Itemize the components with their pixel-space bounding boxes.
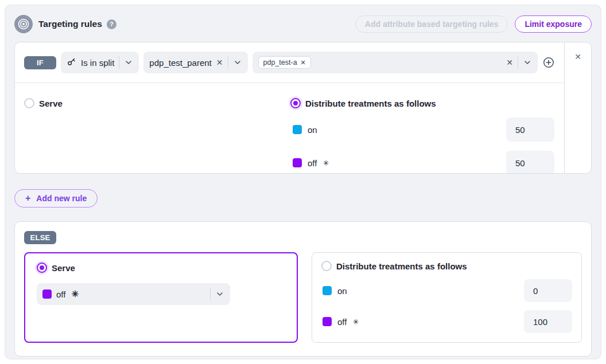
treatment-row: off ✳ xyxy=(321,310,572,333)
rule-main: IF Is in split pdp_test_par xyxy=(15,42,564,173)
treatment-name: off xyxy=(337,317,347,327)
chevron-down-icon[interactable] xyxy=(523,58,532,67)
split-select-value: pdp_test_parent xyxy=(149,58,211,68)
matcher-select[interactable]: Is in split xyxy=(61,52,139,73)
else-distribute-label: Distribute treatments as follows xyxy=(336,261,467,271)
treatment-row: on xyxy=(290,118,564,142)
treatment-name: off xyxy=(308,158,317,168)
rule-side-column: ✕ xyxy=(564,42,591,173)
add-new-rule-button[interactable]: + Add new rule xyxy=(14,189,98,208)
add-condition-icon[interactable] xyxy=(542,56,555,69)
treatment-chip: pdp_test-a ✕ xyxy=(258,56,311,69)
treatment-percent-input[interactable] xyxy=(506,151,554,174)
default-treatment-icon: ✳ xyxy=(352,318,359,326)
serve-label: Serve xyxy=(39,99,63,108)
split-select[interactable]: pdp_test_parent ✕ xyxy=(143,52,247,73)
serve-radio[interactable] xyxy=(24,98,34,108)
else-serve-select[interactable]: off ✳ xyxy=(37,283,230,305)
treatment-on-swatch xyxy=(323,286,332,295)
condition-row: IF Is in split pdp_test_par xyxy=(15,42,564,83)
treatment-row: off ✳ xyxy=(290,151,564,174)
treatment-percent-input[interactable] xyxy=(524,310,572,333)
treatment-off-swatch xyxy=(323,317,332,326)
else-distribute-radio[interactable] xyxy=(321,261,332,271)
chevron-down-icon[interactable] xyxy=(233,58,242,67)
rule-card: IF Is in split pdp_test_par xyxy=(14,42,592,174)
chevron-down-icon[interactable] xyxy=(215,289,224,299)
else-serve-label: Serve xyxy=(52,263,75,273)
key-icon xyxy=(67,57,76,69)
distribute-radio[interactable] xyxy=(290,98,301,108)
help-icon[interactable]: ? xyxy=(107,19,116,29)
clear-icon[interactable]: ✕ xyxy=(216,58,223,66)
default-treatment-icon: ✳ xyxy=(71,289,79,299)
treatment-percent-input[interactable] xyxy=(506,118,554,142)
treatment-name: on xyxy=(337,286,347,296)
matcher-label: Is in split xyxy=(81,58,114,68)
else-serve-box: Serve off ✳ xyxy=(24,252,298,343)
divider xyxy=(119,56,119,69)
else-card: ELSE Serve off ✳ xyxy=(14,221,592,357)
else-body: Serve off ✳ Distribute treatments as fol xyxy=(24,252,582,343)
distribute-option: Distribute treatments as follows on off … xyxy=(286,91,564,174)
distribute-label: Distribute treatments as follows xyxy=(305,99,436,108)
treatment-percent-input[interactable] xyxy=(524,279,572,302)
if-badge: IF xyxy=(24,56,56,69)
plus-icon: + xyxy=(25,193,30,203)
targeting-rules-panel: Targeting rules ? Add attribute based ta… xyxy=(5,5,601,359)
target-icon xyxy=(14,15,33,33)
else-distribute-box: Distribute treatments as follows on off … xyxy=(312,252,582,343)
page-title: Targeting rules xyxy=(38,19,102,29)
treatments-area: Serve Distribute treatments as follows o… xyxy=(15,83,564,174)
chip-remove-icon[interactable]: ✕ xyxy=(301,59,306,66)
add-attribute-rules-button[interactable]: Add attribute based targeting rules xyxy=(355,15,508,33)
header: Targeting rules ? Add attribute based ta… xyxy=(14,14,592,34)
treatment-off-swatch xyxy=(42,289,52,299)
limit-exposure-button[interactable]: Limit exposure xyxy=(515,15,592,33)
treatment-chip-label: pdp_test-a xyxy=(263,58,297,66)
clear-icon[interactable]: ✕ xyxy=(506,58,513,66)
treatment-name: on xyxy=(308,125,317,135)
treatment-on-swatch xyxy=(293,125,302,134)
else-badge: ELSE xyxy=(24,231,56,244)
treatment-row: on xyxy=(321,279,572,302)
divider xyxy=(210,288,211,300)
chevron-down-icon[interactable] xyxy=(124,58,133,67)
default-treatment-icon: ✳ xyxy=(323,159,329,167)
treatment-off-swatch xyxy=(293,158,302,167)
else-serve-value: off xyxy=(56,289,65,299)
close-icon[interactable]: ✕ xyxy=(574,53,581,173)
serve-option: Serve xyxy=(15,91,286,174)
treatment-tag-field[interactable]: pdp_test-a ✕ ✕ xyxy=(252,52,538,73)
divider xyxy=(518,56,518,69)
divider xyxy=(228,56,228,69)
else-serve-radio[interactable] xyxy=(37,263,47,273)
add-new-rule-label: Add new rule xyxy=(36,194,87,203)
